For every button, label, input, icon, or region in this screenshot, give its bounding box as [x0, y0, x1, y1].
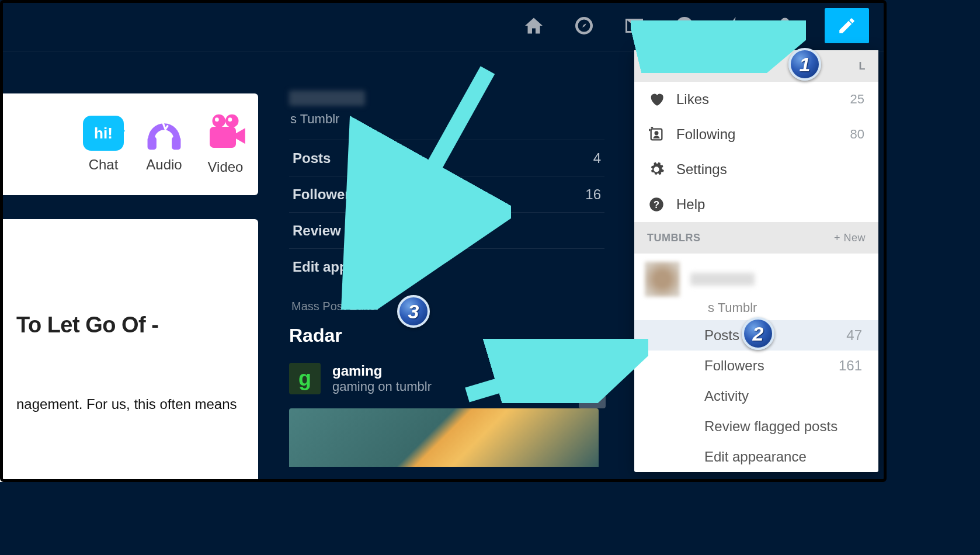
audio-post-button[interactable]: Audio [144, 116, 185, 173]
compose-button[interactable] [825, 8, 869, 43]
chat-icon: hi! [83, 116, 124, 151]
home-icon[interactable] [523, 15, 544, 36]
blog-title-suffix: s Tumblr [676, 300, 878, 315]
blog-name-blurred [690, 273, 755, 286]
step-badge-2: 2 [742, 317, 774, 350]
header-label: TUMBLRS [647, 232, 701, 244]
svg-point-1 [680, 22, 683, 25]
blog-followers-item[interactable]: Followers161 [634, 351, 878, 381]
item-label: Posts [704, 327, 739, 344]
step-badge-1: 1 [788, 48, 821, 81]
inbox-icon[interactable] [624, 15, 645, 36]
help-item[interactable]: ?Help [634, 187, 878, 222]
blog-entry[interactable] [634, 254, 878, 301]
mass-post-editor-link[interactable]: Mass Post Editor [291, 300, 604, 313]
radar-blog-name: gaming [332, 363, 432, 379]
svg-point-0 [676, 17, 693, 34]
radar-heading: Radar [289, 325, 604, 346]
post-title: To Let Go Of - [16, 313, 242, 338]
item-label: Help [676, 196, 705, 213]
explore-icon[interactable] [574, 15, 595, 36]
chat-label: Chat [89, 157, 119, 173]
video-icon [204, 113, 246, 153]
account-dropdown: ACCOUNT L Likes25 Following80 Settings ?… [634, 50, 878, 472]
account-section-header: ACCOUNT L [634, 50, 878, 82]
row-label: Posts [293, 150, 331, 166]
follow-icon [648, 126, 665, 143]
video-label: Video [208, 159, 244, 175]
new-blog-link[interactable]: + New [834, 232, 866, 244]
item-label: Activity [704, 388, 749, 404]
item-label: Followers [704, 358, 764, 374]
audio-label: Audio [146, 157, 182, 173]
svg-rect-10 [210, 127, 236, 148]
sidebar-edit-appearance-row[interactable]: Edit appearance [289, 248, 604, 285]
svg-rect-4 [148, 137, 157, 150]
item-label: Edit appearance [704, 449, 807, 465]
svg-point-7 [225, 115, 239, 128]
row-count: 16 [585, 186, 601, 203]
row-count: 4 [593, 150, 601, 166]
gear-icon [648, 161, 665, 178]
radar-blog[interactable]: g gaming gaming on tumblr [289, 363, 604, 394]
svg-text:?: ? [654, 199, 659, 210]
blog-activity-item[interactable]: Activity [634, 381, 878, 411]
sidebar-posts-row[interactable]: Posts4 [289, 140, 604, 176]
header-label: ACCOUNT [647, 60, 702, 72]
following-item[interactable]: Following80 [634, 117, 878, 152]
logout-link[interactable]: L [859, 60, 866, 72]
likes-item[interactable]: Likes25 [634, 82, 878, 117]
row-label: Review flagged posts [293, 223, 436, 239]
account-icon[interactable] [774, 15, 795, 36]
help-icon: ? [648, 196, 665, 213]
blog-sidebar: s Tumblr Posts4 Followers16 Review flagg… [289, 91, 604, 467]
radar-preview-image[interactable] [289, 408, 599, 467]
chat-post-button[interactable]: hi! Chat [83, 116, 124, 173]
svg-point-12 [655, 131, 659, 135]
settings-item[interactable]: Settings [634, 152, 878, 187]
radar-avatar: g [289, 363, 321, 394]
svg-point-9 [228, 117, 232, 122]
item-count: 47 [846, 327, 862, 344]
svg-point-3 [781, 18, 790, 26]
svg-point-8 [215, 117, 219, 122]
activity-icon[interactable] [724, 15, 745, 36]
sidebar-review-flagged-row[interactable]: Review flagged posts [289, 212, 604, 248]
tumblrs-section-header: TUMBLRS + New [634, 222, 878, 254]
sidebar-followers-row[interactable]: Followers16 [289, 176, 604, 212]
audio-icon [144, 116, 185, 151]
svg-rect-5 [172, 137, 180, 150]
item-count: 80 [850, 127, 864, 142]
item-label: Review flagged posts [704, 418, 837, 435]
blog-avatar-blurred [645, 262, 680, 297]
item-count: 161 [839, 358, 862, 374]
item-label: Following [676, 126, 735, 143]
blurred-blog-name [289, 91, 365, 106]
svg-point-6 [213, 115, 226, 128]
blog-edit-appearance-item[interactable]: Edit appearance [634, 442, 878, 472]
blog-review-flagged-item[interactable]: Review flagged posts [634, 411, 878, 442]
top-navbar [0, 0, 887, 51]
heart-icon [648, 91, 665, 107]
post-excerpt: nagement. For us, this often means [16, 396, 242, 412]
radar-blog-desc: gaming on tumblr [332, 379, 432, 394]
svg-point-2 [686, 22, 689, 25]
recommended-post-card[interactable]: To Let Go Of - nagement. For us, this of… [0, 219, 258, 482]
blog-title-suffix: s Tumblr [290, 112, 604, 127]
follow-radar-button[interactable]: + [579, 381, 606, 408]
row-label: Followers [293, 186, 358, 203]
video-post-button[interactable]: Video [204, 113, 246, 175]
step-badge-3: 3 [397, 295, 430, 328]
messaging-icon[interactable] [674, 15, 695, 36]
item-label: Likes [676, 91, 709, 107]
item-count: 25 [850, 92, 864, 107]
post-type-bar: hi! Chat Audio Video [0, 93, 258, 195]
row-label: Edit appearance [293, 259, 401, 275]
item-label: Settings [676, 161, 727, 178]
